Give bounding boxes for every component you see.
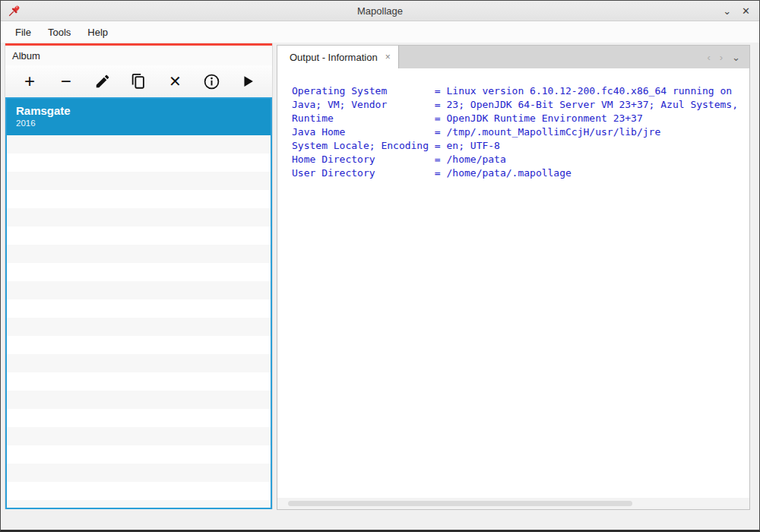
tab-output-information[interactable]: Output - Information × [277, 46, 399, 68]
album-panel-header: Album [5, 46, 272, 65]
output-line: Home Directory = /home/pata [292, 153, 749, 166]
album-toolbar: + − [5, 65, 272, 97]
tab-strip: Output - Information × ‹ › ⌄ [277, 46, 749, 68]
album-list[interactable]: Ramsgate 2016 [5, 97, 272, 509]
tab-scroll-right-icon[interactable]: › [720, 52, 723, 63]
run-button[interactable] [235, 68, 261, 94]
tab-nav-controls: ‹ › ⌄ [707, 46, 749, 68]
output-lines: Operating System = Linux version 6.10.12… [277, 68, 749, 498]
output-line: Runtime = OpenJDK Runtime Environment 23… [292, 112, 749, 125]
minimize-icon[interactable]: ⌄ [723, 6, 731, 16]
album-panel: Album + − [5, 43, 273, 509]
album-list-empty-rows[interactable] [7, 135, 271, 508]
tab-label: Output - Information [290, 52, 378, 63]
menu-tools[interactable]: Tools [41, 24, 78, 41]
album-list-item-selected[interactable]: Ramsgate 2016 [7, 99, 271, 135]
remove-icon: − [61, 72, 71, 90]
title-bar[interactable]: Mapollage ⌄ ✕ [1, 1, 759, 21]
add-icon: + [24, 72, 35, 90]
play-icon [239, 73, 256, 90]
main-area: Album + − [1, 43, 759, 530]
pencil-icon [94, 73, 111, 90]
output-line: System Locale; Encoding = en; UTF-8 [292, 139, 749, 153]
menu-help[interactable]: Help [81, 24, 115, 41]
horizontal-scrollbar-thumb[interactable] [288, 501, 632, 506]
delete-button[interactable]: ✕ [162, 68, 188, 94]
output-line: User Directory = /home/pata/.mapollage [292, 166, 749, 180]
remove-button[interactable]: − [53, 68, 79, 94]
horizontal-scrollbar[interactable] [277, 498, 749, 509]
edit-button[interactable] [90, 68, 116, 94]
album-title: Ramsgate [16, 103, 271, 118]
window-title: Mapollage [1, 5, 759, 17]
output-panel: Output - Information × ‹ › ⌄ Operating S… [277, 45, 750, 510]
tab-scroll-left-icon[interactable]: ‹ [707, 52, 710, 63]
info-button[interactable] [198, 68, 224, 94]
copy-icon [130, 73, 147, 90]
close-icon[interactable]: ✕ [742, 6, 750, 16]
add-button[interactable]: + [17, 68, 43, 94]
output-line: Java; VM; Vendor = 23; OpenJDK 64-Bit Se… [292, 98, 749, 112]
app-window: Mapollage ⌄ ✕ File Tools Help Album + − [0, 0, 760, 532]
close-x-icon: ✕ [169, 74, 182, 89]
duplicate-button[interactable] [125, 68, 151, 94]
menu-bar: File Tools Help [1, 21, 759, 43]
output-line: Operating System = Linux version 6.10.12… [292, 84, 749, 98]
info-icon [203, 73, 220, 90]
menu-file[interactable]: File [8, 24, 38, 41]
tab-list-dropdown-icon[interactable]: ⌄ [732, 52, 740, 63]
tab-close-icon[interactable]: × [385, 52, 391, 62]
album-subtitle: 2016 [16, 118, 271, 129]
output-line: Java Home = /tmp/.mount_MapollimCcjH/usr… [292, 125, 749, 139]
